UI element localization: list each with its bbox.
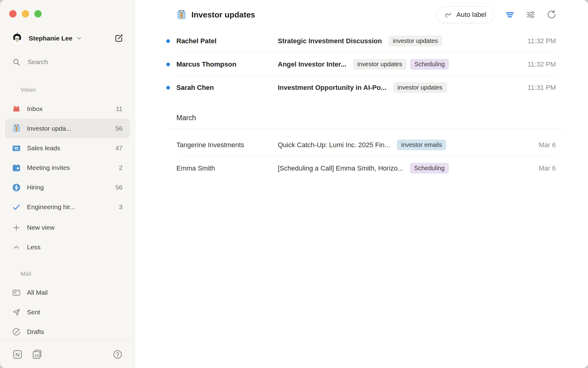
unread-count: 2 (119, 164, 123, 171)
email-date: Mar 6 (531, 141, 556, 149)
window-controls (9, 10, 42, 17)
money-icon (12, 144, 21, 152)
email-labels: investor updates (393, 82, 447, 93)
minimize-window-button[interactable] (22, 10, 29, 17)
refresh-icon[interactable] (546, 10, 557, 20)
sidebar-item-drafts[interactable]: Drafts (5, 322, 130, 342)
page-title: Investor updates (191, 10, 255, 20)
draft-pencil-icon (12, 328, 21, 336)
avatar (11, 32, 23, 44)
inbox-tray-icon (12, 105, 21, 113)
unread-dot (166, 86, 170, 90)
unread-count: 56 (115, 125, 123, 132)
account-switcher[interactable]: Stephanie Lee (11, 32, 124, 44)
notion-logo-icon[interactable]: N (12, 349, 23, 360)
filter-icon[interactable] (505, 10, 515, 20)
sidebar-item-sales-leads[interactable]: Sales leads 47 (5, 138, 130, 158)
close-window-button[interactable] (9, 10, 17, 17)
email-date: Mar 6 (531, 164, 556, 172)
chevron-down-icon (76, 36, 82, 41)
sidebar-item-hiring[interactable]: Hiring 56 (5, 178, 130, 197)
email-time: 11:31 PM (520, 84, 556, 92)
app-window: Stephanie Lee Search Views (0, 0, 588, 368)
help-icon[interactable] (113, 350, 123, 359)
compose-button[interactable] (114, 33, 124, 43)
email-subject: Strategic Investment Discussion (278, 37, 382, 45)
unread-count: 56 (115, 184, 123, 191)
mail-section-label: Mail (21, 270, 31, 277)
date-section-header: March (135, 110, 588, 125)
sidebar-footer: N 14 (0, 340, 135, 368)
calendar-icon (12, 164, 21, 172)
email-labels: investor emails (397, 140, 446, 150)
sidebar-item-all-mail[interactable]: All Mail (5, 283, 130, 302)
label-chip[interactable]: investor emails (397, 140, 446, 150)
email-sender: Rachel Patel (176, 37, 278, 45)
unread-dot (166, 39, 170, 43)
auto-label-text: Auto label (456, 11, 486, 19)
paper-plane-icon (12, 308, 21, 316)
necktie-icon (12, 125, 21, 133)
user-name: Stephanie Lee (29, 35, 72, 42)
less-button[interactable]: Less (5, 237, 130, 257)
mail-list-nav: All Mail Sent (5, 283, 130, 342)
sidebar-item-sent[interactable]: Sent (5, 302, 130, 322)
views-section-label: Views (21, 86, 36, 93)
email-row[interactable]: Rachel Patel Strategic Investment Discus… (135, 29, 588, 52)
unread-dot (166, 63, 170, 66)
email-row[interactable]: Tangerine Investments Quick Catch-Up: Lu… (135, 133, 588, 156)
label-chip[interactable]: investor updates (353, 59, 407, 70)
label-chip[interactable]: Scheduling (410, 163, 449, 174)
chevron-up-icon (12, 243, 21, 251)
plus-icon (12, 224, 21, 232)
necktie-icon (177, 10, 186, 20)
checkmark-icon (12, 203, 21, 211)
email-time: 11:32 PM (520, 37, 556, 45)
label-chip[interactable]: investor updates (389, 36, 442, 46)
sidebar-item-investor-updates[interactable]: Investor upda... 56 (5, 119, 130, 138)
sidebar-item-engineering-hiring[interactable]: Engineering hir... 3 (5, 197, 130, 217)
email-labels: investor updates Scheduling (353, 59, 449, 70)
email-row[interactable]: Sarah Chen Investment Opportunity in AI-… (135, 76, 588, 99)
search-input[interactable]: Search (12, 56, 123, 68)
label-chip[interactable]: investor updates (393, 82, 447, 93)
email-sender: Emma Smith (176, 164, 278, 172)
email-list: Rachel Patel Strategic Investment Discus… (135, 29, 588, 180)
main-panel: Investor updates Auto label (135, 0, 588, 368)
header-actions: Auto label (436, 6, 557, 23)
search-placeholder: Search (28, 58, 48, 66)
unread-count: 47 (115, 144, 123, 152)
auto-label-icon (444, 11, 452, 19)
new-view-button[interactable]: New view (5, 218, 130, 237)
svg-text:N: N (15, 351, 20, 358)
view-header: Investor updates Auto label (135, 0, 588, 29)
email-row[interactable]: Emma Smith [Scheduling a Call] Emma Smit… (135, 157, 588, 180)
views-list: Inbox 11 (5, 99, 130, 257)
email-row[interactable]: Marcus Thompson Angel Investor Inter... … (135, 53, 588, 76)
auto-label-button[interactable]: Auto label (436, 6, 494, 23)
svg-text:14: 14 (34, 353, 39, 358)
email-subject: Quick Catch-Up: Lumi Inc. 2025 Fin... (278, 141, 390, 149)
unread-count: 11 (116, 105, 123, 113)
email-sender: Sarah Chen (176, 84, 278, 92)
section-divider (167, 128, 565, 129)
sidebar-item-inbox[interactable]: Inbox 11 (5, 99, 130, 119)
email-labels: Scheduling (410, 163, 449, 174)
email-time: 11:32 PM (520, 60, 556, 68)
email-subject: Angel Investor Inter... (278, 60, 346, 68)
sliders-icon[interactable] (526, 10, 536, 20)
email-subject: Investment Opportunity in AI-Po... (278, 84, 386, 92)
email-sender: Marcus Thompson (176, 60, 278, 68)
sidebar: Stephanie Lee Search Views (0, 0, 135, 368)
email-sender: Tangerine Investments (176, 141, 278, 149)
notion-calendar-icon[interactable]: 14 (32, 349, 42, 360)
zoom-window-button[interactable] (34, 10, 42, 17)
search-icon (12, 58, 21, 66)
email-labels: investor updates (389, 36, 442, 46)
label-chip[interactable]: Scheduling (410, 59, 449, 70)
unread-count: 3 (119, 203, 123, 211)
person-circle-icon (12, 183, 21, 192)
sidebar-item-meeting-invites[interactable]: Meeting invites 2 (5, 158, 130, 178)
all-mail-icon (12, 289, 21, 297)
email-subject: [Scheduling a Call] Emma Smith, Horizo..… (278, 164, 403, 172)
